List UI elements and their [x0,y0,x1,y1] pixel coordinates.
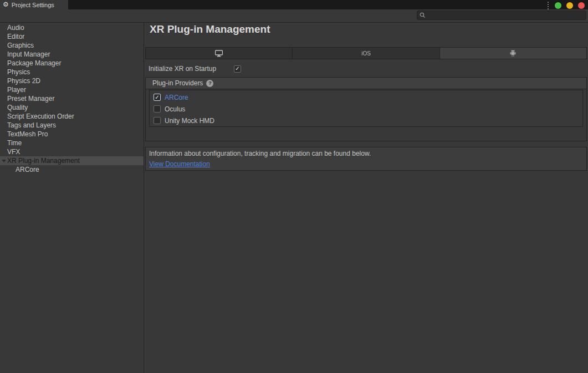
page-title: XR Plug-in Management [150,23,270,35]
provider-row: Oculus [150,103,582,115]
titlebar: ⚙ Project Settings [0,0,588,9]
sidebar-item[interactable]: Package Manager [0,59,144,68]
provider-list: ARCore Oculus Unity Mock HMD [149,90,583,127]
plugin-providers-box: Plug-in Providers ? ARCore Oculus [145,77,587,141]
provider-label[interactable]: Oculus [165,105,185,113]
provider-row: Unity Mock HMD [150,115,582,126]
info-box: Information about configuration, trackin… [145,147,587,171]
settings-sidebar: Audio Editor Graphics Input Manager Pack… [0,23,144,373]
initialize-xr-row: Initialize XR on Startup [149,64,241,73]
ios-tab-label: iOS [361,50,371,57]
provider-checkbox[interactable] [154,117,161,124]
plugin-providers-header: Plug-in Providers ? [146,78,586,89]
provider-checkbox[interactable] [154,94,161,101]
window-tab-project-settings[interactable]: ⚙ Project Settings [0,0,68,9]
sidebar-item[interactable]: Physics 2D [0,76,144,85]
sidebar-item[interactable]: Physics [0,68,144,76]
window-tab-title: Project Settings [12,2,54,8]
sidebar-item[interactable]: Player [0,85,144,94]
search-input[interactable] [428,12,583,19]
help-icon[interactable]: ? [206,80,213,87]
platform-tab-desktop[interactable] [146,48,292,59]
android-icon [509,49,517,57]
sidebar-item[interactable]: Script Execution Order [0,112,144,121]
view-documentation-link[interactable]: View Documentation [149,160,210,168]
platform-tab-bar: iOS [145,47,587,59]
search-box[interactable] [417,11,586,20]
sidebar-item-selected[interactable]: XR Plug-in Management [0,156,144,165]
sidebar-item[interactable]: Tags and Layers [0,121,144,130]
window-dot-red[interactable] [578,2,585,9]
sidebar-item-child[interactable]: ARCore [0,165,144,174]
monitor-icon [214,50,223,57]
main-panel: XR Plug-in Management iOS [144,23,588,373]
window-controls [546,1,585,10]
kebab-menu-icon[interactable] [546,1,550,10]
gear-icon: ⚙ [3,0,9,9]
sidebar-item[interactable]: VFX [0,147,144,156]
info-text: Information about configuration, trackin… [149,150,583,157]
plugin-providers-title: Plug-in Providers [152,79,203,87]
initialize-xr-label: Initialize XR on Startup [149,65,234,73]
sidebar-item[interactable]: Time [0,139,144,147]
sidebar-item[interactable]: Input Manager [0,50,144,59]
provider-label[interactable]: ARCore [165,94,188,101]
window-dot-yellow[interactable] [566,2,573,9]
search-icon [420,12,426,18]
provider-row: ARCore [150,91,582,103]
provider-label[interactable]: Unity Mock HMD [165,117,214,125]
foldout-triangle-icon[interactable] [2,160,6,162]
platform-tab-android[interactable] [440,48,586,59]
sidebar-item[interactable]: Graphics [0,41,144,50]
sidebar-item[interactable]: TextMesh Pro [0,130,144,139]
sidebar-item[interactable]: Quality [0,103,144,112]
sidebar-item[interactable]: Editor [0,32,144,41]
platform-tab-ios[interactable]: iOS [293,48,439,59]
initialize-checkbox[interactable] [234,65,241,73]
provider-checkbox[interactable] [154,105,161,113]
sidebar-item[interactable]: Audio [0,23,144,32]
toolbar [0,9,588,23]
window-dot-green[interactable] [555,2,561,9]
project-settings-window: ⚙ Project Settings Audio Editor Graphics [0,0,588,373]
sidebar-item[interactable]: Preset Manager [0,94,144,103]
